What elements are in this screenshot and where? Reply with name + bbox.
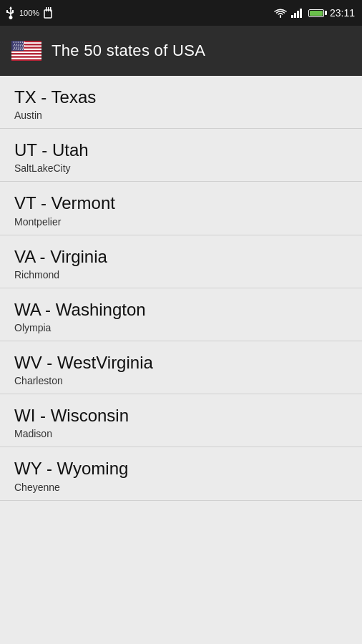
state-capital: Montpelier [14, 216, 348, 228]
app-bar-title: The 50 states of USA [52, 42, 205, 60]
status-time: 23:11 [330, 7, 355, 19]
svg-rect-16 [11, 53, 41, 54]
svg-rect-6 [297, 11, 299, 18]
svg-rect-7 [300, 9, 302, 18]
status-bar-left: 100% [6, 6, 53, 19]
state-name: UT - Utah [14, 139, 348, 161]
state-capital: SaltLakeCity [14, 162, 348, 174]
state-name: WI - Wisconsin [14, 404, 348, 426]
svg-rect-15 [11, 52, 41, 53]
signal-icon [291, 8, 304, 18]
sd-icon [43, 7, 53, 19]
state-name: WA - Washington [14, 298, 348, 321]
svg-rect-1 [46, 7, 47, 11]
state-capital: Madison [14, 428, 348, 439]
state-name: TX - Texas [14, 86, 348, 108]
svg-rect-18 [11, 57, 41, 58]
list-item[interactable]: WY - WyomingCheyenne [0, 447, 362, 500]
states-list: TX - TexasAustinUT - UtahSaltLakeCityVT … [0, 76, 362, 644]
state-capital: Austin [14, 109, 348, 121]
list-item[interactable]: WI - WisconsinMadison [0, 394, 362, 447]
battery-percent: 100% [19, 9, 39, 17]
svg-text:★★★★★★: ★★★★★★ [13, 48, 26, 51]
svg-rect-5 [294, 13, 296, 18]
list-item[interactable]: WA - WashingtonOlympia [0, 288, 362, 341]
state-capital: Richmond [14, 269, 348, 280]
battery-icon [308, 9, 324, 17]
usb-icon [6, 6, 16, 19]
state-name: VT - Vermont [14, 192, 348, 214]
state-name: WV - WestVirginia [14, 351, 348, 374]
state-capital: Cheyenne [14, 482, 348, 493]
list-item[interactable]: VT - VermontMontpelier [0, 182, 362, 235]
svg-rect-17 [11, 54, 41, 56]
list-item[interactable]: TX - TexasAustin [0, 76, 362, 129]
list-item[interactable]: WV - WestVirginiaCharleston [0, 341, 362, 394]
state-name: WY - Wyoming [14, 457, 348, 479]
state-capital: Olympia [14, 322, 348, 333]
state-capital: Charleston [14, 375, 348, 386]
svg-rect-19 [11, 58, 41, 59]
us-flag-icon: ★★★★★★ ★★★★★ ★★★★★★ ★★★★★ ★★★★★★ [11, 41, 41, 61]
svg-rect-2 [48, 7, 49, 11]
wifi-icon [274, 8, 287, 18]
app-bar: ★★★★★★ ★★★★★ ★★★★★★ ★★★★★ ★★★★★★ The 50 … [0, 26, 362, 76]
list-item[interactable]: UT - UtahSaltLakeCity [0, 129, 362, 182]
svg-rect-3 [50, 7, 52, 11]
state-name: VA - Virginia [14, 245, 348, 268]
status-bar-right: 23:11 [274, 7, 355, 19]
svg-rect-4 [291, 15, 293, 18]
list-item[interactable]: VA - VirginiaRichmond [0, 235, 362, 288]
svg-rect-20 [11, 59, 41, 61]
status-bar: 100% 23:11 [0, 0, 362, 26]
